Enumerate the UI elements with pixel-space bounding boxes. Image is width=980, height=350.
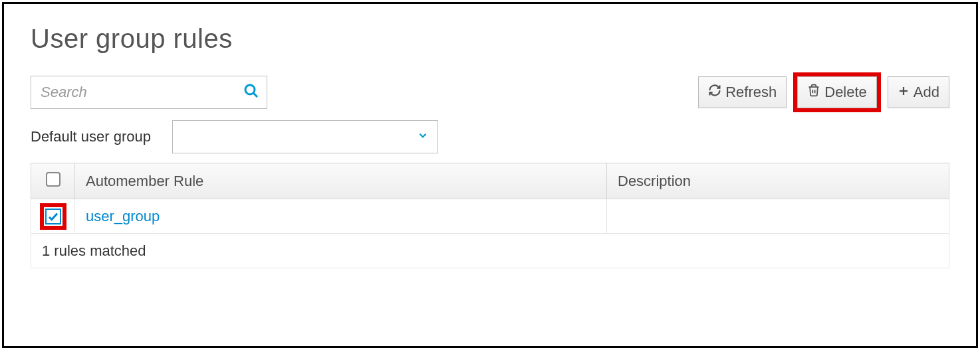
add-label: Add [914,84,939,101]
rule-cell: user_group [75,199,607,234]
trash-icon [807,83,820,102]
refresh-button[interactable]: Refresh [698,76,787,108]
add-button[interactable]: Add [888,76,949,108]
toolbar: Refresh Delete [31,72,949,112]
select-all-checkbox[interactable] [46,172,61,187]
column-header-description: Description [607,163,949,199]
refresh-label: Refresh [725,84,777,101]
default-group-label: Default user group [31,128,151,145]
plus-icon [898,84,910,101]
search-container [31,76,267,109]
table-footer: 1 rules matched [31,234,949,268]
svg-point-0 [245,85,255,94]
page-frame: User group rules [2,2,978,348]
table-row: user_group [31,199,949,234]
action-buttons: Refresh Delete [698,72,949,112]
row-checkbox-highlight [40,203,66,230]
rules-table: Automember Rule Description user_gro [31,163,949,268]
row-checkbox[interactable] [45,209,61,224]
rule-link[interactable]: user_group [86,208,160,224]
refresh-icon [708,84,721,101]
default-group-select-wrap [172,120,438,153]
default-group-select[interactable] [172,120,438,153]
default-group-row: Default user group [31,120,949,153]
search-icon[interactable] [243,83,259,102]
table-header-row: Automember Rule Description [31,163,949,199]
search-input[interactable] [31,76,267,109]
description-cell [607,199,949,234]
table-footer-row: 1 rules matched [31,234,949,268]
delete-label: Delete [824,84,867,101]
delete-highlight: Delete [793,72,881,112]
select-all-header [31,163,75,199]
delete-button[interactable]: Delete [797,76,877,108]
svg-line-1 [253,93,257,97]
column-header-rule: Automember Rule [75,163,607,199]
row-checkbox-cell [31,199,75,234]
page-title: User group rules [31,24,949,54]
